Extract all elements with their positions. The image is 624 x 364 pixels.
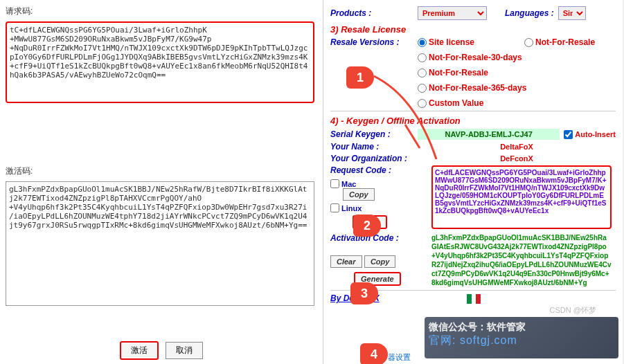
activation-code-textarea[interactable]: gL3hFxmPZdxBpapGUoOl1muAcSK1BBJ/NEw25hRa…	[6, 181, 314, 306]
section-3-title: 3) Resale License	[330, 24, 616, 35]
request-code-right-textarea[interactable]: C+dfLACEWGNQssPG6YG5POuai/3Lwaf+iGrloZhh…	[431, 165, 612, 229]
your-org-label: Your Organization :	[330, 154, 413, 163]
footer-settings-link[interactable]: 器设置	[388, 352, 411, 363]
radio-nfr-365[interactable]: Not-For-Resale-365-days	[418, 83, 542, 93]
auto-insert-checkbox[interactable]: Auto-Insert	[564, 130, 616, 139]
languages-label: Languages :	[505, 8, 554, 18]
request-code-right-label: Request Code :	[330, 165, 391, 175]
radio-nfr-30[interactable]: Not-For-Resale-30-days	[418, 53, 542, 62]
section-4-title: 4) - Keygen / Offline Activation	[330, 116, 616, 126]
resale-versions-label: Resale Versions :	[330, 37, 413, 47]
linux-checkbox[interactable]: Linux	[330, 203, 427, 212]
products-select[interactable]: Premium	[418, 6, 487, 20]
serial-keygen-value[interactable]: NAVP-ADBJ-EMLJ-CJ47	[418, 129, 560, 140]
activation-code-label: 激活码:	[6, 165, 317, 177]
watermark-line1: 微信公众号：软件管家	[429, 321, 614, 334]
clear-button-2[interactable]: Clear	[330, 255, 362, 268]
activate-button[interactable]: 激活	[120, 341, 159, 360]
step-4-badge: 4	[360, 343, 388, 364]
your-name-label: Your Name :	[330, 142, 413, 152]
radio-site-license[interactable]: Site license	[418, 37, 474, 47]
copy-button-2[interactable]: Copy	[364, 255, 396, 268]
mac-checkbox[interactable]: Mac	[330, 179, 427, 188]
watermark-line2: 官网: softgj.com	[429, 334, 614, 348]
watermark-panel: 微信公众号：软件管家 官网: softgj.com	[425, 317, 618, 358]
languages-select[interactable]: Sim	[558, 6, 586, 20]
italy-flag-icon	[467, 293, 481, 304]
step-3-badge: 3	[350, 282, 378, 304]
step-1-badge: 1	[346, 66, 374, 89]
activation-code-right-value: gL3hFxmPZdxBpapGUoOl1muAcSK1BBJ/NEw25hRa…	[431, 233, 612, 287]
your-org-value[interactable]: DeFconX	[418, 154, 616, 163]
products-label: Products :	[330, 8, 413, 18]
copy-button-1[interactable]: Copy	[343, 188, 375, 201]
request-code-textarea[interactable]: tC+dfLACEWGNQssPG6YG5POuai/3Lwaf+iGrloZh…	[6, 21, 314, 103]
your-name-value[interactable]: DeltaFoX	[418, 143, 616, 151]
radio-nfr-2[interactable]: Not-For-Resale	[418, 68, 488, 78]
serial-keygen-label: Serial Keygen :	[330, 129, 413, 139]
request-code-label: 请求码:	[6, 6, 317, 17]
radio-custom-value[interactable]: Custom Value	[418, 98, 483, 108]
step-2-badge: 2	[353, 215, 381, 237]
radio-nfr[interactable]: Not-For-Resale	[524, 37, 595, 47]
csdn-watermark: CSDN @怀梦	[550, 305, 596, 316]
cancel-button[interactable]: 取消	[166, 342, 203, 359]
